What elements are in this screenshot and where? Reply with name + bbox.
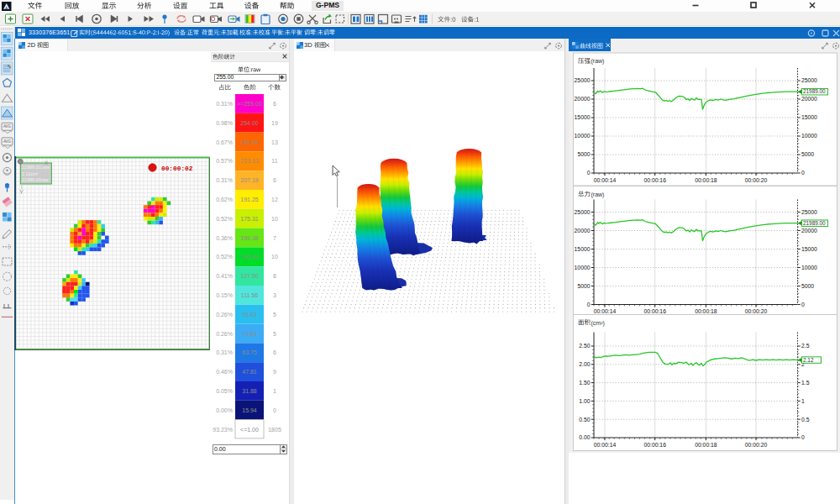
- svg-text:5000: 5000: [577, 283, 590, 289]
- svg-text:0.05%: 0.05%: [216, 388, 233, 394]
- svg-text:2.5: 2.5: [801, 343, 810, 349]
- svg-text:127.50: 127.50: [240, 273, 259, 279]
- svg-text:191.25: 191.25: [240, 197, 259, 202]
- svg-text:5000: 5000: [577, 151, 590, 157]
- svg-text:15000: 15000: [574, 246, 590, 252]
- svg-text:00:00:18: 00:00:18: [695, 442, 717, 448]
- svg-text:0.62%: 0.62%: [216, 197, 233, 202]
- svg-text:15000: 15000: [574, 114, 590, 120]
- svg-text:25000: 25000: [801, 209, 817, 215]
- svg-text:6: 6: [273, 349, 276, 355]
- svg-text:10000: 10000: [574, 133, 590, 139]
- svg-text:0.98%: 0.98%: [216, 120, 233, 126]
- svg-text:175.31: 175.31: [240, 216, 259, 222]
- svg-text:6: 6: [273, 101, 276, 107]
- svg-text:0: 0: [801, 434, 805, 440]
- svg-text:159.38: 159.38: [240, 235, 259, 241]
- svg-text:10: 10: [271, 216, 278, 222]
- svg-text:00:00:16: 00:00:16: [643, 308, 666, 314]
- svg-text:25000: 25000: [574, 77, 590, 83]
- svg-text:2.12: 2.12: [803, 357, 814, 363]
- svg-text:0.26%: 0.26%: [216, 312, 233, 318]
- svg-text:00:00:18: 00:00:18: [695, 177, 717, 183]
- svg-text:0.31%: 0.31%: [216, 349, 233, 355]
- svg-text:00:00:20: 00:00:20: [744, 308, 767, 314]
- svg-text:63.75: 63.75: [242, 349, 257, 355]
- svg-text:1805: 1805: [268, 427, 281, 433]
- svg-text:223.13: 223.13: [240, 158, 259, 164]
- svg-text:00:00:14: 00:00:14: [593, 177, 616, 183]
- svg-text:3: 3: [273, 292, 276, 298]
- svg-text:0.67%: 0.67%: [216, 139, 233, 145]
- svg-text:2.00: 2.00: [579, 361, 590, 367]
- svg-text:20000: 20000: [574, 96, 590, 102]
- svg-text:47.81: 47.81: [242, 369, 257, 375]
- svg-text:0: 0: [273, 407, 276, 413]
- svg-text:207.19: 207.19: [240, 177, 259, 183]
- svg-text:10000: 10000: [574, 265, 590, 270]
- svg-text:93.23%: 93.23%: [213, 427, 233, 433]
- svg-text:8: 8: [273, 273, 276, 279]
- svg-text:00:00:20: 00:00:20: [744, 442, 767, 448]
- svg-text:0.57%: 0.57%: [216, 158, 233, 164]
- svg-text:79.69: 79.69: [242, 331, 257, 337]
- svg-text:0.31%: 0.31%: [216, 177, 233, 183]
- svg-text:00:00:02: 00:00:02: [161, 165, 193, 171]
- svg-text:5000: 5000: [801, 283, 814, 289]
- svg-text:0: 0: [801, 170, 805, 176]
- svg-text:0.41%: 0.41%: [216, 273, 233, 279]
- svg-text:1.5: 1.5: [801, 380, 810, 386]
- svg-text:0.36%: 0.36%: [216, 235, 233, 241]
- svg-text:10000: 10000: [801, 133, 817, 139]
- svg-text:0.31%: 0.31%: [216, 101, 233, 107]
- svg-text:Y: Y: [19, 189, 24, 195]
- svg-text:>=255.00: >=255.00: [237, 101, 262, 107]
- svg-text:0: 0: [801, 302, 805, 307]
- svg-text:20000: 20000: [574, 228, 590, 234]
- svg-text:(cm²): (cm²): [591, 320, 604, 327]
- svg-text:19: 19: [271, 120, 278, 126]
- svg-text:0.52%: 0.52%: [216, 216, 233, 222]
- svg-text:0: 0: [586, 170, 590, 176]
- svg-text:25000: 25000: [574, 209, 590, 215]
- svg-text:20000: 20000: [801, 228, 817, 234]
- svg-text:2.50: 2.50: [579, 343, 590, 349]
- svg-text:6: 6: [273, 177, 276, 183]
- svg-text:0.26%: 0.26%: [216, 331, 233, 337]
- svg-text:0.00%: 0.00%: [216, 407, 233, 413]
- svg-text:00:00:20: 00:00:20: [744, 177, 767, 183]
- svg-text:21989.00,raw: 21989.00,raw: [21, 165, 49, 170]
- svg-text:12: 12: [271, 197, 278, 202]
- svg-text:254.00: 254.00: [240, 120, 259, 126]
- svg-text:<=1.00: <=1.00: [240, 427, 259, 433]
- svg-text:00:00:14: 00:00:14: [593, 442, 616, 448]
- svg-text:21989.00raw: 21989.00raw: [21, 176, 48, 181]
- svg-text:(raw): (raw): [591, 192, 604, 198]
- svg-text:1: 1: [273, 388, 276, 394]
- svg-text:13: 13: [271, 139, 278, 145]
- svg-text:7: 7: [273, 235, 276, 241]
- svg-text:20000: 20000: [801, 96, 817, 102]
- svg-text:1.50: 1.50: [579, 380, 590, 386]
- svg-text:10: 10: [271, 254, 278, 260]
- svg-text:00:00:16: 00:00:16: [643, 442, 666, 448]
- svg-text:11: 11: [271, 158, 277, 164]
- svg-text:9: 9: [273, 369, 276, 375]
- svg-text:00:00:18: 00:00:18: [695, 308, 717, 314]
- svg-text:15000: 15000: [801, 114, 817, 120]
- svg-text:2.12cm²: 2.12cm²: [21, 171, 38, 176]
- svg-text:15000: 15000: [801, 246, 817, 252]
- svg-text:5000: 5000: [801, 151, 814, 157]
- svg-text:0.15%: 0.15%: [216, 292, 233, 298]
- svg-text:239.06: 239.06: [240, 139, 259, 145]
- svg-text:(raw): (raw): [591, 58, 604, 65]
- svg-text:0: 0: [586, 302, 590, 307]
- svg-text:AVG: AVG: [3, 139, 12, 144]
- svg-text:95.63: 95.63: [242, 312, 257, 318]
- svg-text:21989.00: 21989.00: [803, 220, 826, 226]
- svg-text:31.88: 31.88: [242, 388, 257, 394]
- svg-text:0.46%: 0.46%: [216, 369, 233, 375]
- svg-text:15.94: 15.94: [242, 407, 257, 413]
- svg-text:0.50: 0.50: [579, 417, 590, 423]
- svg-text:143.44: 143.44: [240, 254, 259, 260]
